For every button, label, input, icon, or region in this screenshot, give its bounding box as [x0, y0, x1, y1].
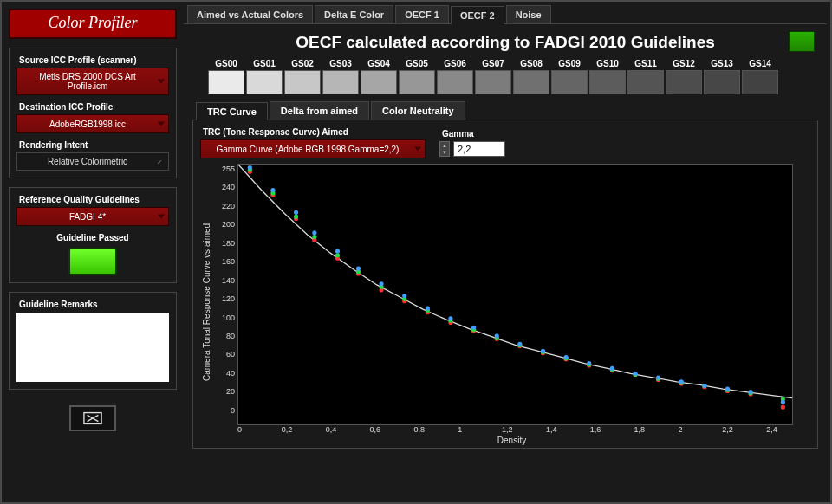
remarks-textarea[interactable]: [16, 313, 169, 382]
subtab-color-neutrality[interactable]: Color Neutrality: [371, 101, 465, 120]
swatch-label: GS10: [589, 59, 626, 68]
chart-xlabel: Density: [213, 436, 810, 445]
remarks-panel: Guideline Remarks: [9, 292, 177, 390]
trc-chart: Camera Tonal Response Curve vs aimed 255…: [200, 164, 810, 441]
svg-point-61: [471, 326, 476, 330]
svg-point-63: [517, 342, 522, 346]
intent-label: Rendering Intent: [16, 140, 169, 150]
tab-delta-e[interactable]: Delta E Color: [315, 5, 393, 23]
main: Aimed vs Actual Colors Delta E Color OEC…: [184, 2, 830, 502]
tab-aimed-vs-actual[interactable]: Aimed vs Actual Colors: [187, 5, 313, 23]
swatch-chip: [704, 70, 740, 94]
swatch-gs00[interactable]: GS00: [208, 59, 244, 94]
swatch-label: GS08: [513, 59, 549, 68]
swatch-label: GS13: [704, 59, 740, 68]
chevron-down-icon[interactable]: ▼: [440, 149, 449, 156]
app-title: Color Profiler: [9, 9, 177, 39]
status-light: [789, 31, 815, 52]
svg-point-60: [448, 316, 452, 320]
close-button[interactable]: [69, 405, 116, 431]
svg-point-71: [702, 384, 706, 388]
swatch-chip: [551, 70, 588, 94]
svg-point-65: [564, 355, 569, 359]
swatch-gs10[interactable]: GS10: [589, 59, 626, 94]
tab-oecf1[interactable]: OECF 1: [395, 5, 449, 23]
swatch-gs02[interactable]: GS02: [284, 59, 321, 94]
chart-xticks: 00,20,40,60,811,21,41,61,822,22,4: [213, 425, 810, 434]
tab-noise[interactable]: Noise: [506, 5, 551, 23]
trc-aimed-label: TRC (Tone Response Curve) Aimed: [200, 127, 426, 137]
swatch-chip: [361, 70, 397, 94]
svg-point-70: [679, 379, 684, 384]
swatch-chip: [742, 70, 778, 94]
oecf-title: OECF calculated according to FADGI 2010 …: [192, 33, 818, 52]
swatch-gs09[interactable]: GS09: [551, 59, 588, 94]
swatch-label: GS12: [666, 59, 702, 68]
swatch-label: GS02: [284, 59, 321, 68]
svg-point-51: [248, 165, 252, 170]
remarks-label: Guideline Remarks: [16, 300, 169, 309]
subtab-trc-curve[interactable]: TRC Curve: [196, 102, 268, 120]
swatch-label: GS00: [208, 59, 244, 68]
swatch-label: GS07: [475, 59, 511, 68]
gamma-input[interactable]: [453, 141, 505, 157]
chart-plot: [237, 164, 793, 425]
swatch-chip: [513, 70, 549, 94]
swatch-gs05[interactable]: GS05: [399, 59, 435, 94]
svg-point-69: [656, 375, 660, 379]
swatch-label: GS04: [361, 59, 397, 68]
dest-icc-select[interactable]: AdobeRGB1998.icc: [16, 114, 169, 133]
svg-point-73: [749, 390, 753, 394]
top-tabs: Aimed vs Actual Colors Delta E Color OEC…: [184, 5, 827, 24]
swatch-label: GS11: [627, 59, 664, 68]
trc-panel: TRC (Tone Response Curve) Aimed Gamma Cu…: [192, 120, 818, 449]
svg-point-66: [587, 361, 591, 365]
swatch-gs08[interactable]: GS08: [513, 59, 549, 94]
tab-oecf2[interactable]: OECF 2: [451, 6, 504, 24]
swatch-gs13[interactable]: GS13: [704, 59, 740, 94]
swatch-chip: [322, 70, 359, 94]
svg-point-64: [541, 349, 545, 353]
swatch-chip: [399, 70, 435, 94]
swatch-chip: [284, 70, 321, 94]
swatch-gs14[interactable]: GS14: [742, 59, 778, 94]
dest-icc-label: Destination ICC Profile: [16, 102, 169, 112]
svg-point-62: [495, 333, 499, 338]
main-body: OECF calculated according to FADGI 2010 …: [184, 24, 827, 499]
swatch-label: GS03: [322, 59, 359, 68]
gamma-spinner[interactable]: ▲▼: [439, 141, 450, 157]
swatch-label: GS01: [246, 59, 283, 68]
svg-point-74: [781, 400, 785, 404]
swatch-chip: [627, 70, 664, 94]
svg-point-52: [270, 188, 275, 192]
source-icc-label: Source ICC Profile (scanner): [16, 55, 169, 65]
swatch-gs11[interactable]: GS11: [627, 59, 664, 94]
swatch-gs12[interactable]: GS12: [666, 59, 702, 94]
svg-point-67: [610, 366, 614, 371]
close-icon: [83, 411, 102, 425]
svg-point-54: [312, 230, 316, 235]
ref-guidelines-select[interactable]: FADGI 4*: [16, 207, 169, 226]
svg-point-57: [380, 281, 384, 286]
swatch-gs01[interactable]: GS01: [246, 59, 283, 94]
swatch-chip: [589, 70, 626, 94]
guideline-passed-light: [68, 248, 117, 275]
swatch-gs04[interactable]: GS04: [361, 59, 397, 94]
svg-point-58: [402, 294, 406, 298]
swatch-gs07[interactable]: GS07: [475, 59, 511, 94]
icc-panel: Source ICC Profile (scanner) Metis DRS 2…: [9, 48, 177, 178]
swatch-gs03[interactable]: GS03: [322, 59, 359, 94]
svg-point-31: [335, 253, 340, 257]
swatch-chip: [666, 70, 702, 94]
swatch-gs06[interactable]: GS06: [437, 59, 473, 94]
guideline-passed-label: Guideline Passed: [16, 233, 169, 242]
swatch-chip: [208, 70, 244, 94]
subtab-delta-aimed[interactable]: Delta from aimed: [270, 101, 369, 120]
swatch-chip: [475, 70, 511, 94]
intent-select[interactable]: Relative Colorimetric: [16, 152, 169, 171]
svg-point-59: [426, 306, 430, 310]
svg-point-68: [633, 372, 637, 376]
source-icc-select[interactable]: Metis DRS 2000 DCS Art Profile.icm: [16, 68, 169, 95]
chevron-up-icon[interactable]: ▲: [440, 142, 449, 149]
trc-aimed-select[interactable]: Gamma Curve (Adobe RGB 1998 Gamma=2,2): [200, 139, 426, 158]
